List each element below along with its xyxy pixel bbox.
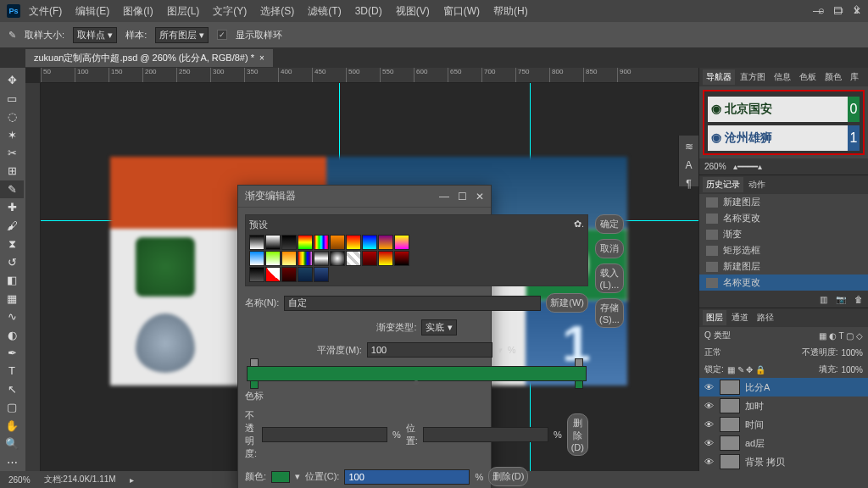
eyedropper-tool[interactable]: ✎ [0,180,24,198]
type-tool[interactable]: T [0,362,24,380]
tab-navigator[interactable]: 导航器 [703,69,735,85]
visibility-icon[interactable]: 👁 [703,419,715,430]
menu-file[interactable]: 文件(F) [24,2,67,21]
gear-icon[interactable]: ✿. [574,219,584,231]
menu-layer[interactable]: 图层(L) [162,2,205,21]
menu-type[interactable]: 文字(Y) [208,2,252,21]
show-ring-checkbox[interactable]: ✓ [217,30,227,40]
history-brush-tool[interactable]: ↺ [0,253,24,271]
preset-swatch[interactable] [265,267,281,282]
preset-swatch[interactable] [378,235,393,250]
layer-row[interactable]: 👁时间 [699,415,868,434]
visibility-icon[interactable]: 👁 [703,382,715,392]
load-button[interactable]: 载入(L)... [595,263,624,293]
delete-history-icon[interactable]: 🗑 [854,295,863,304]
quick-select-tool[interactable]: ✶ [0,125,24,143]
menu-select[interactable]: 选择(S) [255,2,299,21]
dialog-close-icon[interactable]: ✕ [476,191,484,202]
tab-histogram[interactable]: 直方图 [737,69,769,85]
stop-opacity-input[interactable] [262,427,387,442]
stamp-tool[interactable]: ⧗ [0,235,24,252]
tab-libraries[interactable]: 库 [847,69,862,85]
character-icon[interactable]: A [685,159,692,171]
preset-swatch[interactable] [281,267,297,282]
zoom-slider[interactable]: ▴━━━━▴ [733,162,762,171]
preset-swatch[interactable] [378,251,393,266]
preset-swatch[interactable] [265,235,281,250]
tab-channels[interactable]: 通道 [728,310,752,325]
sample-size-select[interactable]: 取样点 ▾ [73,27,117,43]
navigator-preview[interactable]: ◉ 北京国安 0 ◉ 沧州雄狮 1 [703,90,865,155]
tab-actions[interactable]: 动作 [745,177,769,192]
preset-swatch[interactable] [249,251,264,266]
lasso-tool[interactable]: ◌ [0,108,24,125]
zoom-tool[interactable]: 🔍 [0,435,24,452]
preset-swatch[interactable] [362,251,377,266]
preset-swatch[interactable] [281,235,297,250]
share-icon[interactable]: ⇪ [852,3,861,16]
tab-info[interactable]: 信息 [771,69,794,85]
nav-zoom[interactable]: 260% [704,162,726,171]
preset-swatch[interactable] [362,235,377,250]
layer-row[interactable]: 👁ad层 [699,434,868,452]
tab-layers[interactable]: 图层 [703,310,726,325]
eyedropper-icon[interactable]: ✎ [8,30,16,41]
preset-swatch[interactable] [314,267,329,282]
dialog-maximize-icon[interactable]: ☐ [458,191,467,202]
tab-history[interactable]: 历史记录 [703,177,743,192]
gradient-name-input[interactable] [284,296,541,311]
tab-swatches[interactable]: 色板 [796,69,820,85]
menu-edit[interactable]: 编辑(E) [70,2,114,21]
layer-row[interactable]: 👁比分A [699,378,868,396]
menu-help[interactable]: 帮助(H) [488,2,533,21]
preset-swatch[interactable] [249,267,264,282]
menu-filter[interactable]: 滤镜(T) [303,2,346,21]
stop-position-input[interactable] [423,427,548,442]
history-item[interactable]: 新建图层 [699,194,868,210]
history-item[interactable]: 新建图层 [699,258,868,274]
visibility-icon[interactable]: 👁 [703,457,715,467]
cancel-button[interactable]: 取消 [595,239,624,258]
save-button[interactable]: 存储(S)... [595,298,624,328]
new-snapshot-icon[interactable]: 📷 [836,295,846,304]
fill-value[interactable]: 100% [841,365,863,374]
preset-swatch[interactable] [298,267,313,282]
close-tab-icon[interactable]: × [259,53,264,63]
shape-tool[interactable]: ▢ [0,398,24,416]
arrange-icon[interactable]: ▭ [833,3,843,16]
adjustments-icon[interactable]: ≋ [685,141,693,152]
crop-tool[interactable]: ✂ [0,144,24,162]
stop-color-swatch[interactable] [271,471,290,483]
preset-swatch[interactable] [265,251,281,266]
blur-tool[interactable]: ∿ [0,308,24,325]
preset-swatch[interactable] [249,235,264,250]
snapshot-icon[interactable]: ▥ [820,295,827,304]
gradient-tool[interactable]: ▦ [0,289,24,307]
dialog-minimize-icon[interactable]: — [439,191,449,202]
history-item[interactable]: 渐变 [699,226,868,242]
preset-swatch[interactable] [394,251,409,266]
sample-select[interactable]: 所有图层 ▾ [155,27,209,43]
history-item[interactable]: 名称更改 [699,210,868,226]
menu-window[interactable]: 窗口(W) [438,2,485,21]
layer-filter[interactable]: Q 类型 [704,330,731,341]
hand-tool[interactable]: ✋ [0,417,24,435]
smoothness-input[interactable] [367,342,492,358]
menu-view[interactable]: 视图(V) [391,2,435,21]
status-docinfo[interactable]: 文档:214.0K/1.11M [44,474,116,485]
ok-button[interactable]: 确定 [595,214,624,234]
gradient-type-select[interactable]: 实底 ▾ [421,319,456,336]
dialog-titlebar[interactable]: 渐变编辑器 — ☐ ✕ [238,186,491,208]
visibility-icon[interactable]: 👁 [703,401,715,411]
stop-position2-input[interactable] [344,469,470,485]
opacity-value[interactable]: 100% [841,348,863,358]
pen-tool[interactable]: ✒ [0,344,24,362]
tab-color[interactable]: 颜色 [821,69,845,85]
preset-swatch[interactable] [330,235,345,250]
menu-3d[interactable]: 3D(D) [350,3,387,19]
delete-opacity-stop-button[interactable]: 删除(D) [567,413,588,456]
preset-swatch[interactable] [298,235,313,250]
search-icon[interactable]: ⌕ [818,3,825,16]
new-gradient-button[interactable]: 新建(W) [546,293,588,313]
move-tool[interactable]: ✥ [0,71,24,89]
